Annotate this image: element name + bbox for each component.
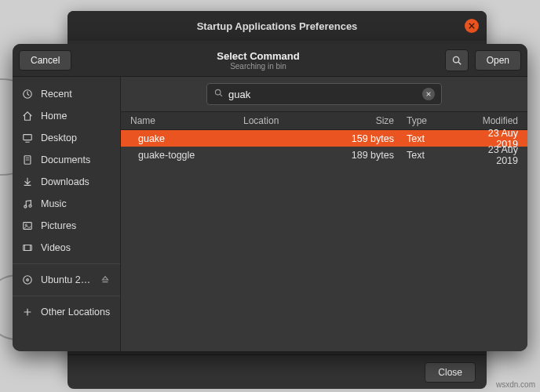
plus-icon	[22, 307, 33, 318]
file-table: Name Location Size Type Modified guake15…	[121, 111, 527, 351]
sidebar-separator	[13, 263, 120, 264]
column-header-name[interactable]: Name	[121, 115, 243, 126]
search-toggle-button[interactable]	[445, 49, 469, 71]
clock-icon	[22, 89, 33, 100]
downloads-icon	[22, 176, 33, 187]
sidebar-item-desktop[interactable]: Desktop	[13, 127, 120, 149]
desktop-icon	[22, 132, 33, 143]
column-header-modified[interactable]: Modified	[465, 115, 527, 126]
cell-type: Text	[402, 150, 465, 161]
search-box[interactable]	[206, 83, 442, 105]
sidebar-item-label: Ubuntu 2…	[41, 274, 90, 285]
parent-window-title: Startup Applications Preferences	[197, 20, 358, 32]
svg-rect-3	[24, 135, 32, 140]
sidebar-item-label: Home	[41, 111, 67, 122]
table-row[interactable]: guake-toggle189 bytesText23 Auy 2019	[121, 147, 527, 163]
dialog-header: Cancel Select Command Searching in bin O…	[13, 44, 527, 77]
close-button[interactable]: Close	[425, 362, 476, 383]
close-icon[interactable]	[465, 19, 479, 33]
clear-search-button[interactable]	[422, 88, 435, 100]
svg-point-15	[24, 276, 32, 285]
cell-size: 189 bytes	[345, 150, 402, 161]
cancel-button[interactable]: Cancel	[19, 50, 71, 71]
pictures-icon	[22, 220, 33, 231]
sidebar-item-downloads[interactable]: Downloads	[13, 171, 120, 193]
sidebar-item-label: Other Locations	[41, 307, 110, 318]
cell-type: Text	[402, 133, 465, 144]
music-icon	[22, 198, 33, 209]
sidebar-item-recent[interactable]: Recent	[13, 83, 120, 105]
svg-line-18	[220, 94, 222, 96]
sidebar-item-other-locations[interactable]: Other Locations	[13, 301, 120, 323]
sidebar-item-label: Music	[41, 198, 67, 209]
column-header-size[interactable]: Size	[345, 115, 402, 126]
dialog-subtitle: Searching in bin	[78, 62, 438, 71]
disc-icon	[22, 274, 33, 285]
search-input[interactable]	[228, 89, 418, 100]
sidebar-item-documents[interactable]: Documents	[13, 149, 120, 171]
cell-modified: 23 Auy 2019	[465, 144, 527, 166]
dialog-body: Recent Home Desktop Documents Downloads …	[13, 77, 527, 351]
file-chooser-dialog: Cancel Select Command Searching in bin O…	[13, 44, 527, 351]
open-button[interactable]: Open	[475, 50, 521, 71]
column-header-type[interactable]: Type	[402, 115, 465, 126]
parent-titlebar: Startup Applications Preferences	[68, 11, 487, 41]
sidebar-item-videos[interactable]: Videos	[13, 237, 120, 259]
sidebar-item-home[interactable]: Home	[13, 105, 120, 127]
column-header-location[interactable]: Location	[243, 115, 345, 126]
svg-line-1	[458, 61, 461, 64]
sidebar-item-pictures[interactable]: Pictures	[13, 215, 120, 237]
sidebar-item-label: Recent	[41, 89, 72, 100]
videos-icon	[22, 242, 33, 253]
sidebar-item-music[interactable]: Music	[13, 193, 120, 215]
dialog-title-block: Select Command Searching in bin	[78, 50, 438, 71]
home-icon	[22, 111, 33, 122]
parent-window-footer: Close	[68, 354, 487, 389]
places-sidebar: Recent Home Desktop Documents Downloads …	[13, 77, 121, 351]
watermark: wsxdn.com	[496, 380, 535, 389]
search-row	[121, 77, 527, 111]
svg-point-17	[215, 89, 221, 95]
documents-icon	[22, 154, 33, 165]
sidebar-item-label: Pictures	[41, 220, 76, 231]
svg-point-16	[27, 279, 29, 281]
sidebar-item-label: Videos	[41, 242, 71, 253]
eject-icon[interactable]	[100, 274, 111, 285]
search-icon	[213, 87, 224, 101]
cell-name: guake	[121, 133, 243, 144]
sidebar-item-label: Downloads	[41, 176, 89, 187]
svg-point-0	[453, 56, 458, 62]
cell-name: guake-toggle	[121, 150, 243, 161]
sidebar-item-volume[interactable]: Ubuntu 2…	[13, 269, 120, 291]
svg-point-8	[24, 205, 27, 208]
sidebar-separator	[13, 296, 120, 296]
cell-size: 159 bytes	[345, 133, 402, 144]
dialog-title: Select Command	[78, 50, 438, 62]
svg-point-9	[29, 205, 31, 207]
sidebar-item-label: Documents	[41, 154, 90, 165]
file-list-pane: Name Location Size Type Modified guake15…	[121, 77, 527, 351]
sidebar-item-label: Desktop	[41, 132, 77, 143]
